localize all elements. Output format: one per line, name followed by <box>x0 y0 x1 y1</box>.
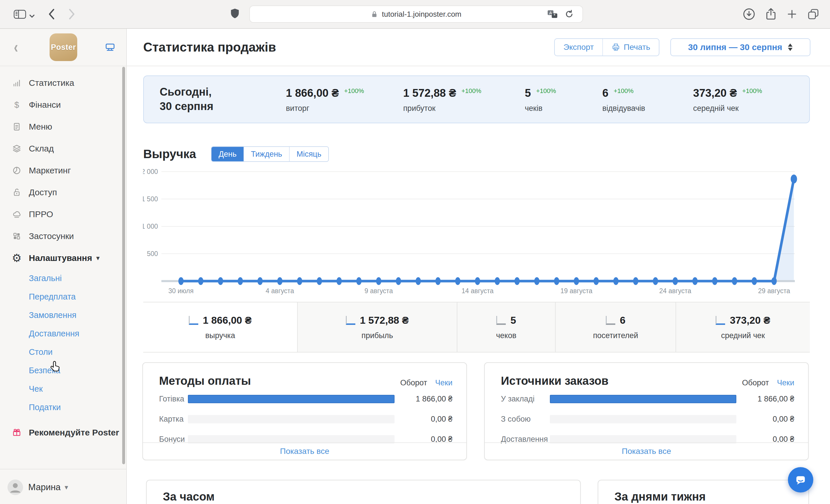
today-stat-чеків: 5 +100%чеків <box>525 87 556 113</box>
avatar <box>7 479 23 495</box>
sidebar-subitem-general[interactable]: Загальні <box>0 269 126 288</box>
sidebar-subitem-tables[interactable]: Столи <box>0 343 126 361</box>
reload-icon[interactable] <box>565 9 574 19</box>
gift-icon <box>10 428 23 437</box>
recommend-poster-button[interactable]: Рекомендуйте Poster <box>0 423 126 442</box>
bar-track <box>188 395 394 403</box>
summary-cell-label: средний чек <box>721 331 765 340</box>
tab-День[interactable]: День <box>212 147 243 161</box>
chat-button[interactable] <box>788 467 813 493</box>
toggle-Чеки[interactable]: Чеки <box>777 378 794 388</box>
user-caret-icon: ▾ <box>65 483 68 491</box>
card-title: Источники заказов <box>501 374 608 388</box>
date-range-select[interactable]: 30 липня — 30 серпня <box>670 38 810 56</box>
by-weekday-title: За днями тижня <box>614 490 808 503</box>
back-button[interactable] <box>47 8 57 21</box>
sidebar-subitem-security[interactable]: Безпека <box>0 361 126 379</box>
chevron-down-icon: ▾ <box>96 254 100 262</box>
downloads-icon[interactable] <box>743 8 755 21</box>
period-tabs: ДеньТижденьМісяць <box>211 146 329 162</box>
summary-cell-top: 373,20 ₴ <box>715 314 770 326</box>
sidebar-item-menu[interactable]: Меню <box>0 116 126 138</box>
share-icon[interactable] <box>765 7 777 21</box>
page: { "browser": { "url": "tutorial-1.joinpo… <box>0 0 830 504</box>
svg-text:29 августа: 29 августа <box>758 287 790 295</box>
today-stat-середній-чек: 373,20 ₴ +100%середній чек <box>693 87 762 113</box>
sidebar-item-marketing[interactable]: Маркетинг <box>0 160 126 181</box>
privacy-shield-icon[interactable] <box>229 7 241 21</box>
sidebar-subitem-receipt[interactable]: Чек <box>0 379 126 398</box>
sidebar-item-label: Доступ <box>29 188 57 197</box>
collapse-sidebar-icon[interactable]: ‹ <box>14 38 18 57</box>
show-all-link[interactable]: Показать все <box>280 447 329 456</box>
revenue-chart[interactable]: 5001 0001 5002 00030 июля4 августа9 авгу… <box>143 166 810 299</box>
tab-Місяць[interactable]: Місяць <box>289 147 328 161</box>
sidebar-item-statistics[interactable]: Статистика <box>0 72 126 94</box>
sidebar-item-finances[interactable]: $Фінанси <box>0 94 126 116</box>
cloud-icon <box>10 209 23 219</box>
toggle-Оборот[interactable]: Оборот <box>742 378 769 388</box>
metric-summary-row: 1 866,00 ₴выручка1 572,88 ₴прибыль5чеков… <box>143 302 810 352</box>
summary-cell-посетителей[interactable]: 6посетителей <box>555 302 675 352</box>
bar-track <box>188 415 394 423</box>
pos-terminal-icon[interactable] <box>104 42 116 55</box>
sidebar-subitem-orders[interactable]: Замовлення <box>0 306 126 324</box>
bar-row-value: 0,00 ₴ <box>744 415 794 424</box>
date-stepper-icon <box>788 43 793 51</box>
sidebar-subitem-delivery[interactable]: Доставлення <box>0 324 126 343</box>
header-actions: Экспорт Печать <box>554 38 660 56</box>
summary-cell-выручка[interactable]: 1 866,00 ₴выручка <box>143 302 297 352</box>
new-tab-icon[interactable] <box>786 8 798 20</box>
forward-button[interactable] <box>67 8 77 21</box>
sidebar-header: ‹ Poster <box>0 29 126 66</box>
layers-icon <box>10 144 23 154</box>
poster-logo[interactable]: Poster <box>50 33 77 61</box>
show-all-link[interactable]: Показать все <box>622 447 671 456</box>
bar-fill <box>550 395 736 403</box>
today-stat-label: відвідувачів <box>602 104 645 113</box>
url-field[interactable]: tutorial-1.joinposter.com A* <box>249 5 583 23</box>
sidebar-item-apps[interactable]: Застосунки <box>0 225 126 247</box>
summary-cell-средний-чек[interactable]: 373,20 ₴средний чек <box>675 302 810 352</box>
card-title: Методы оплаты <box>159 374 251 388</box>
chevron-down-icon[interactable] <box>29 14 35 18</box>
bar-fill <box>188 395 394 403</box>
print-button[interactable]: Печать <box>602 39 659 56</box>
tab-overview-icon[interactable] <box>807 8 820 21</box>
svg-text:4 августа: 4 августа <box>266 287 294 295</box>
header-divider <box>0 66 830 66</box>
sidebar-subitem-subscription[interactable]: Передплата <box>0 288 126 306</box>
bar-row-label: У закладі <box>501 395 550 403</box>
summary-cell-прибыль[interactable]: 1 572,88 ₴прибыль <box>297 302 457 352</box>
summary-cell-value: 373,20 ₴ <box>730 314 770 326</box>
svg-text:A: A <box>549 10 552 15</box>
sidebar-scrollbar[interactable] <box>122 67 125 464</box>
summary-cell-value: 5 <box>510 314 516 326</box>
bar-chart-icon <box>10 78 23 88</box>
toggle-Оборот[interactable]: Оборот <box>400 378 427 388</box>
sidebar-toggle-icon[interactable] <box>13 8 27 20</box>
toggle-Чеки[interactable]: Чеки <box>435 378 452 388</box>
sidebar-item-label: Застосунки <box>29 231 74 241</box>
tab-Тиждень[interactable]: Тиждень <box>244 147 289 161</box>
today-stat-виторг: 1 866,00 ₴ +100%виторг <box>286 87 364 113</box>
sidebar-item-access[interactable]: Доступ <box>0 181 126 203</box>
summary-cell-чеков[interactable]: 5чеков <box>457 302 555 352</box>
card-footer: Показать все <box>485 442 808 460</box>
sidebar-item-label: Меню <box>29 122 52 132</box>
sidebar-item-prro[interactable]: ПРРО <box>0 203 126 225</box>
summary-cell-top: 1 572,88 ₴ <box>346 314 409 326</box>
sidebar-subitem-taxes[interactable]: Податки <box>0 398 126 416</box>
translate-icon[interactable]: A* <box>547 9 558 19</box>
settings-submenu: ЗагальніПередплатаЗамовленняДоставленняС… <box>0 269 126 416</box>
today-stat-delta: +100% <box>460 87 481 95</box>
today-stat-delta: +100% <box>612 87 634 95</box>
mini-axis-icon <box>496 316 506 325</box>
sidebar-item-settings[interactable]: ⚙Налаштування▾ <box>0 247 126 269</box>
export-button[interactable]: Экспорт <box>555 39 602 56</box>
svg-text:1 000: 1 000 <box>143 223 158 230</box>
user-menu[interactable]: Марина ▾ <box>0 477 126 498</box>
svg-text:19 августа: 19 августа <box>560 287 592 295</box>
sidebar-item-warehouse[interactable]: Склад <box>0 138 126 160</box>
recommend-label: Рекомендуйте Poster <box>29 428 119 437</box>
